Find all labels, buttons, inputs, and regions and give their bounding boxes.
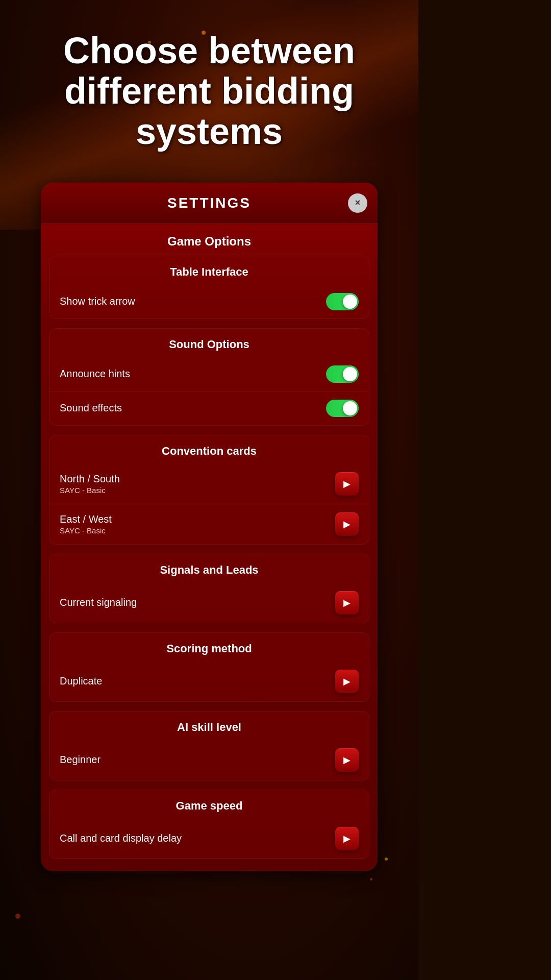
settings-title: SETTINGS — [167, 195, 251, 211]
east-west-arrow-button[interactable] — [335, 512, 359, 536]
section-signals-leads: Signals and Leads Current signaling — [49, 554, 369, 623]
row-north-south: North / South SAYC - Basic — [49, 464, 369, 504]
row-show-trick-arrow: Show trick arrow — [49, 285, 369, 318]
section-header-signals-leads: Signals and Leads — [49, 554, 369, 583]
row-duplicate: Duplicate — [49, 662, 369, 701]
section-header-convention-cards: Convention cards — [49, 435, 369, 464]
toggle-knob-sfx — [343, 401, 357, 415]
show-trick-arrow-label: Show trick arrow — [60, 296, 135, 307]
sound-effects-label: Sound effects — [60, 402, 122, 414]
beginner-arrow-button[interactable] — [335, 748, 359, 772]
duplicate-arrow-button[interactable] — [335, 670, 359, 693]
row-announce-hints: Announce hints — [49, 357, 369, 391]
north-south-sublabel: SAYC - Basic — [60, 486, 120, 495]
section-header-game-speed: Game speed — [49, 790, 369, 819]
section-sound-options: Sound Options Announce hints Sound effec… — [49, 328, 369, 426]
toggle-knob — [343, 295, 357, 309]
section-scoring-method: Scoring method Duplicate — [49, 632, 369, 702]
hero-title: Choose between different bidding systems — [10, 31, 408, 152]
section-header-scoring-method: Scoring method — [49, 633, 369, 662]
north-south-label: North / South — [60, 473, 120, 485]
call-card-delay-arrow-button[interactable] — [335, 827, 359, 850]
section-header-sound-options: Sound Options — [49, 329, 369, 357]
settings-dialog: SETTINGS × Game Options Table Interface … — [41, 183, 378, 871]
section-header-ai-skill-level: AI skill level — [49, 712, 369, 740]
announce-hints-label: Announce hints — [60, 368, 130, 380]
section-convention-cards: Convention cards North / South SAYC - Ba… — [49, 435, 369, 545]
north-south-arrow-button[interactable] — [335, 472, 359, 496]
section-table-interface: Table Interface Show trick arrow — [49, 256, 369, 319]
call-card-delay-label: Call and card display delay — [60, 832, 182, 844]
game-options-label: Game Options — [41, 224, 378, 256]
row-current-signaling: Current signaling — [49, 583, 369, 623]
announce-hints-toggle[interactable] — [326, 365, 359, 383]
row-beginner: Beginner — [49, 740, 369, 780]
current-signaling-arrow-button[interactable] — [335, 591, 359, 615]
row-sound-effects: Sound effects — [49, 391, 369, 425]
duplicate-label: Duplicate — [60, 675, 102, 687]
row-east-west: East / West SAYC - Basic — [49, 504, 369, 544]
beginner-label: Beginner — [60, 754, 101, 766]
show-trick-arrow-toggle[interactable] — [326, 293, 359, 310]
settings-header: SETTINGS × — [41, 183, 378, 224]
sound-effects-toggle[interactable] — [326, 400, 359, 417]
east-west-group: East / West SAYC - Basic — [60, 513, 112, 535]
east-west-label: East / West — [60, 513, 112, 525]
north-south-group: North / South SAYC - Basic — [60, 473, 120, 495]
settings-body: Game Options Table Interface Show trick … — [41, 224, 378, 871]
row-call-card-delay: Call and card display delay — [49, 819, 369, 859]
current-signaling-label: Current signaling — [60, 597, 137, 608]
toggle-knob-hints — [343, 367, 357, 381]
close-button[interactable]: × — [348, 193, 367, 213]
east-west-sublabel: SAYC - Basic — [60, 526, 112, 535]
section-ai-skill-level: AI skill level Beginner — [49, 711, 369, 780]
section-header-table-interface: Table Interface — [49, 256, 369, 285]
section-game-speed: Game speed Call and card display delay — [49, 790, 369, 859]
